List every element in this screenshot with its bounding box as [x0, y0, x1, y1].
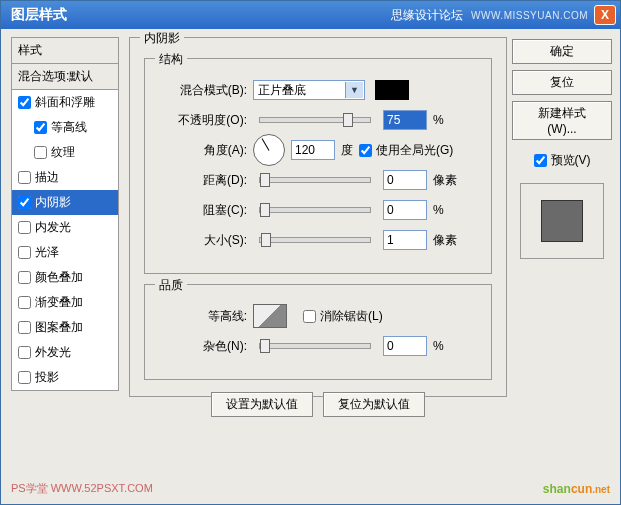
- blend-mode-label: 混合模式(B):: [159, 82, 247, 99]
- angle-input[interactable]: 120: [291, 140, 335, 160]
- style-label: 内阴影: [35, 194, 71, 211]
- style-check-inner-shadow[interactable]: [18, 196, 31, 209]
- reset-button[interactable]: 复位: [512, 70, 612, 95]
- distance-input[interactable]: 0: [383, 170, 427, 190]
- antialias-check[interactable]: 消除锯齿(L): [303, 308, 383, 325]
- choke-label: 阻塞(C):: [159, 202, 247, 219]
- choke-unit: %: [433, 203, 463, 217]
- angle-dial[interactable]: [253, 134, 285, 166]
- noise-row: 杂色(N): 0 %: [159, 335, 477, 357]
- style-check-texture[interactable]: [34, 146, 47, 159]
- blend-mode-row: 混合模式(B): 正片叠底 ▼: [159, 79, 477, 101]
- style-item-drop-shadow[interactable]: 投影: [12, 365, 118, 390]
- choke-slider[interactable]: [259, 207, 371, 213]
- center-panel: 内阴影 结构 混合模式(B): 正片叠底 ▼ 不透明度(O):: [129, 37, 507, 492]
- quality-legend: 品质: [155, 277, 187, 294]
- style-item-stroke[interactable]: 描边: [12, 165, 118, 190]
- blend-options-header[interactable]: 混合选项:默认: [12, 64, 118, 90]
- color-swatch[interactable]: [375, 80, 409, 100]
- style-check-inner-glow[interactable]: [18, 221, 31, 234]
- contour-row: 等高线: 消除锯齿(L): [159, 305, 477, 327]
- contour-picker[interactable]: [253, 304, 287, 328]
- size-input[interactable]: 1: [383, 230, 427, 250]
- default-buttons: 设置为默认值 复位为默认值: [144, 392, 492, 417]
- reset-default-button[interactable]: 复位为默认值: [323, 392, 425, 417]
- noise-input[interactable]: 0: [383, 336, 427, 356]
- style-item-texture[interactable]: 纹理: [12, 140, 118, 165]
- slider-thumb[interactable]: [260, 173, 270, 187]
- slider-thumb[interactable]: [343, 113, 353, 127]
- opacity-slider[interactable]: [259, 117, 371, 123]
- preview-swatch: [541, 200, 583, 242]
- style-item-color-overlay[interactable]: 颜色叠加: [12, 265, 118, 290]
- size-label: 大小(S):: [159, 232, 247, 249]
- style-check-stroke[interactable]: [18, 171, 31, 184]
- blend-mode-value: 正片叠底: [258, 82, 306, 99]
- forum-label: 思缘设计论坛: [391, 7, 463, 24]
- angle-unit: 度: [341, 142, 353, 159]
- style-item-bevel[interactable]: 斜面和浮雕: [12, 90, 118, 115]
- slider-thumb[interactable]: [261, 233, 271, 247]
- structure-legend: 结构: [155, 51, 187, 68]
- angle-label: 角度(A):: [159, 142, 247, 159]
- size-slider[interactable]: [259, 237, 371, 243]
- styles-list: 样式 混合选项:默认 斜面和浮雕 等高线 纹理 描边 内阴影 内发光 光泽 颜色…: [11, 37, 119, 391]
- style-label: 斜面和浮雕: [35, 94, 95, 111]
- style-check-bevel[interactable]: [18, 96, 31, 109]
- contour-label: 等高线:: [159, 308, 247, 325]
- choke-input[interactable]: 0: [383, 200, 427, 220]
- close-icon: X: [601, 8, 609, 22]
- slider-thumb[interactable]: [260, 203, 270, 217]
- style-item-outer-glow[interactable]: 外发光: [12, 340, 118, 365]
- noise-slider[interactable]: [259, 343, 371, 349]
- panel-title: 内阴影: [140, 30, 184, 47]
- blend-mode-select[interactable]: 正片叠底 ▼: [253, 80, 365, 100]
- close-button[interactable]: X: [594, 5, 616, 25]
- distance-unit: 像素: [433, 172, 463, 189]
- style-label: 投影: [35, 369, 59, 386]
- opacity-unit: %: [433, 113, 463, 127]
- opacity-label: 不透明度(O):: [159, 112, 247, 129]
- set-default-button[interactable]: 设置为默认值: [211, 392, 313, 417]
- choke-row: 阻塞(C): 0 %: [159, 199, 477, 221]
- styles-header[interactable]: 样式: [12, 38, 118, 64]
- structure-group: 结构 混合模式(B): 正片叠底 ▼ 不透明度(O): 75 %: [144, 58, 492, 274]
- distance-slider[interactable]: [259, 177, 371, 183]
- ok-button[interactable]: 确定: [512, 39, 612, 64]
- style-item-satin[interactable]: 光泽: [12, 240, 118, 265]
- style-label: 纹理: [51, 144, 75, 161]
- new-style-button[interactable]: 新建样式(W)...: [512, 101, 612, 140]
- style-check-outer-glow[interactable]: [18, 346, 31, 359]
- style-label: 图案叠加: [35, 319, 83, 336]
- style-label: 描边: [35, 169, 59, 186]
- preview-check[interactable]: 预览(V): [512, 152, 612, 169]
- style-item-gradient-overlay[interactable]: 渐变叠加: [12, 290, 118, 315]
- distance-row: 距离(D): 0 像素: [159, 169, 477, 191]
- style-label: 外发光: [35, 344, 71, 361]
- style-item-contour[interactable]: 等高线: [12, 115, 118, 140]
- layer-style-dialog: 图层样式 思缘设计论坛 WWW.MISSYUAN.COM X 样式 混合选项:默…: [0, 0, 621, 505]
- style-check-satin[interactable]: [18, 246, 31, 259]
- style-label: 渐变叠加: [35, 294, 83, 311]
- style-check-gradient-overlay[interactable]: [18, 296, 31, 309]
- style-check-contour[interactable]: [34, 121, 47, 134]
- style-label: 颜色叠加: [35, 269, 83, 286]
- watermark-right: shancun.net: [543, 477, 610, 498]
- distance-label: 距离(D):: [159, 172, 247, 189]
- global-light-check[interactable]: 使用全局光(G): [359, 142, 453, 159]
- inner-shadow-group: 内阴影 结构 混合模式(B): 正片叠底 ▼ 不透明度(O):: [129, 37, 507, 397]
- forum-url: WWW.MISSYUAN.COM: [471, 10, 588, 21]
- noise-unit: %: [433, 339, 463, 353]
- slider-thumb[interactable]: [260, 339, 270, 353]
- style-check-color-overlay[interactable]: [18, 271, 31, 284]
- style-check-pattern-overlay[interactable]: [18, 321, 31, 334]
- opacity-input[interactable]: 75: [383, 110, 427, 130]
- style-item-inner-glow[interactable]: 内发光: [12, 215, 118, 240]
- style-item-pattern-overlay[interactable]: 图案叠加: [12, 315, 118, 340]
- style-check-drop-shadow[interactable]: [18, 371, 31, 384]
- titlebar: 图层样式 思缘设计论坛 WWW.MISSYUAN.COM X: [1, 1, 620, 29]
- dialog-body: 样式 混合选项:默认 斜面和浮雕 等高线 纹理 描边 内阴影 内发光 光泽 颜色…: [1, 29, 620, 504]
- angle-row: 角度(A): 120 度 使用全局光(G): [159, 139, 477, 161]
- style-item-inner-shadow[interactable]: 内阴影: [12, 190, 118, 215]
- angle-needle: [262, 138, 270, 151]
